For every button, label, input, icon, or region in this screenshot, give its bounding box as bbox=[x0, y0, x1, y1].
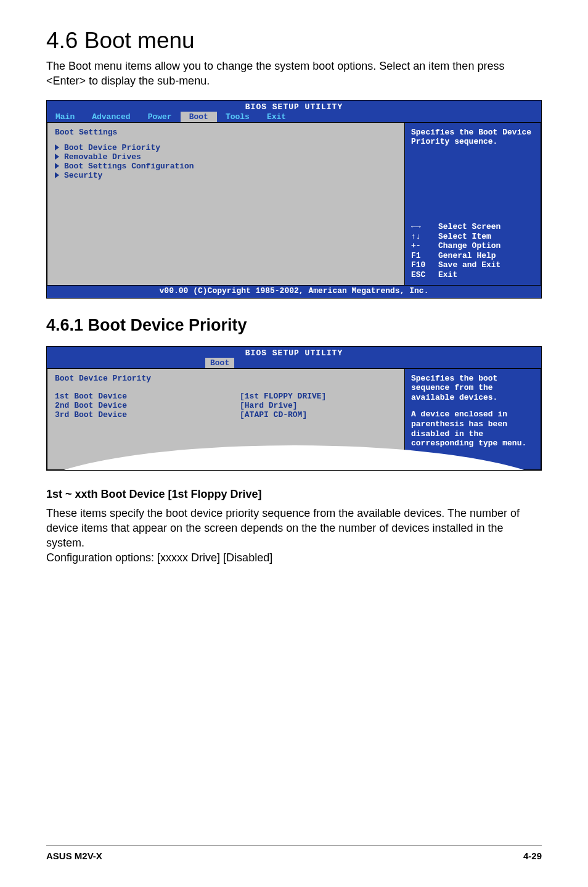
legend-row: F1General Help bbox=[411, 251, 534, 261]
device-value: [Hard Drive] bbox=[240, 401, 298, 410]
legend-label: Select Screen bbox=[438, 222, 500, 232]
bios-tab-boot[interactable]: Boot bbox=[205, 358, 234, 368]
footer-product: ASUS M2V-X bbox=[46, 851, 102, 861]
bios-tab-row: Main Advanced Power Boot Tools Exit bbox=[47, 112, 541, 122]
bios-title-bar: BIOS SETUP UTILITY bbox=[47, 347, 541, 358]
submenu-arrow-icon bbox=[55, 144, 59, 151]
legend-row: F10Save and Exit bbox=[411, 260, 534, 270]
bios-tab-row: Boot bbox=[47, 358, 541, 368]
submenu-arrow-icon bbox=[55, 172, 59, 178]
boot-device-row-2[interactable]: 2nd Boot Device [Hard Drive] bbox=[55, 401, 397, 410]
device-label: 3rd Boot Device bbox=[55, 410, 240, 419]
page-footer: ASUS M2V-X 4-29 bbox=[46, 845, 542, 861]
device-label: 1st Boot Device bbox=[55, 392, 240, 401]
legend-key: F10 bbox=[411, 260, 432, 270]
legend-row: ←→Select Screen bbox=[411, 222, 534, 232]
legend-label: Change Option bbox=[438, 241, 500, 251]
legend-key: ESC bbox=[411, 270, 432, 280]
bios-tab-power[interactable]: Power bbox=[139, 112, 181, 122]
boot-device-row-1[interactable]: 1st Boot Device [1st FLOPPY DRIVE] bbox=[55, 392, 397, 401]
menu-item-label: Boot Settings Configuration bbox=[64, 162, 194, 171]
legend-label: Select Item bbox=[438, 232, 491, 242]
option-heading: 1st ~ xxth Boot Device [1st Floppy Drive… bbox=[46, 488, 542, 501]
device-value: [1st FLOPPY DRIVE] bbox=[240, 392, 326, 401]
menu-item-removable-drives[interactable]: Removable Drives bbox=[55, 152, 397, 162]
section-heading: 4.6.1 Boot Device Priority bbox=[46, 316, 542, 335]
bios-panel-boot-settings: BIOS SETUP UTILITY Main Advanced Power B… bbox=[46, 100, 542, 299]
menu-item-security[interactable]: Security bbox=[55, 171, 397, 180]
bios-title-text: BIOS SETUP UTILITY bbox=[245, 349, 343, 358]
legend-key: ↑↓ bbox=[411, 232, 432, 242]
boot-device-row-3[interactable]: 3rd Boot Device [ATAPI CD-ROM] bbox=[55, 410, 397, 419]
bios-tab-tools[interactable]: Tools bbox=[217, 112, 258, 122]
menu-item-boot-device-priority[interactable]: Boot Device Priority bbox=[55, 143, 397, 152]
bios-main-area: Boot Settings Boot Device Priority Remov… bbox=[47, 122, 404, 286]
bios-panel-heading: Boot Settings bbox=[55, 128, 397, 137]
legend-label: General Help bbox=[438, 251, 496, 261]
legend-row: +-Change Option bbox=[411, 241, 534, 251]
bios-tab-boot[interactable]: Boot bbox=[181, 112, 217, 122]
legend-key: ←→ bbox=[411, 222, 432, 232]
menu-item-label: Removable Drives bbox=[64, 152, 141, 162]
bios-copyright-footer: v00.00 (C)Copyright 1985-2002, American … bbox=[47, 286, 541, 298]
submenu-arrow-icon bbox=[55, 154, 59, 160]
device-value: [ATAPI CD-ROM] bbox=[240, 410, 307, 419]
bios-help-text-1: Specifies the boot sequence from the ava… bbox=[411, 374, 534, 403]
bios-panel-heading: Boot Device Priority bbox=[55, 374, 397, 383]
legend-row: ESCExit bbox=[411, 270, 534, 280]
bios-help-text-2: A device enclosed in parenthesis has bee… bbox=[411, 410, 534, 448]
menu-item-label: Security bbox=[64, 171, 102, 180]
bios-help-text: Specifies the Boot Device Priority seque… bbox=[411, 128, 534, 147]
device-label: 2nd Boot Device bbox=[55, 401, 240, 410]
option-description: These items specify the boot device prio… bbox=[46, 506, 542, 566]
footer-page-number: 4-29 bbox=[523, 851, 542, 861]
bios-title-bar: BIOS SETUP UTILITY bbox=[47, 101, 541, 112]
bios-tab-main[interactable]: Main bbox=[47, 112, 83, 122]
bios-help-panel: Specifies the Boot Device Priority seque… bbox=[404, 122, 541, 286]
submenu-arrow-icon bbox=[55, 163, 59, 169]
legend-key: +- bbox=[411, 241, 432, 251]
bios-title-text: BIOS SETUP UTILITY bbox=[245, 102, 343, 112]
menu-item-label: Boot Device Priority bbox=[64, 143, 160, 152]
bios-tab-advanced[interactable]: Advanced bbox=[83, 112, 139, 122]
legend-row: ↑↓Select Item bbox=[411, 232, 534, 242]
legend-label: Save and Exit bbox=[438, 260, 500, 270]
menu-item-boot-settings-configuration[interactable]: Boot Settings Configuration bbox=[55, 162, 397, 171]
bios-tab-exit[interactable]: Exit bbox=[258, 112, 295, 122]
bios-panel-boot-device-priority: BIOS SETUP UTILITY Boot Boot Device Prio… bbox=[46, 346, 542, 471]
bios-key-legend: ←→Select Screen ↑↓Select Item +-Change O… bbox=[411, 222, 534, 280]
intro-paragraph: The Boot menu items allow you to change … bbox=[46, 59, 542, 89]
legend-key: F1 bbox=[411, 251, 432, 261]
legend-label: Exit bbox=[438, 270, 457, 280]
page-title: 4.6 Boot menu bbox=[46, 28, 542, 54]
